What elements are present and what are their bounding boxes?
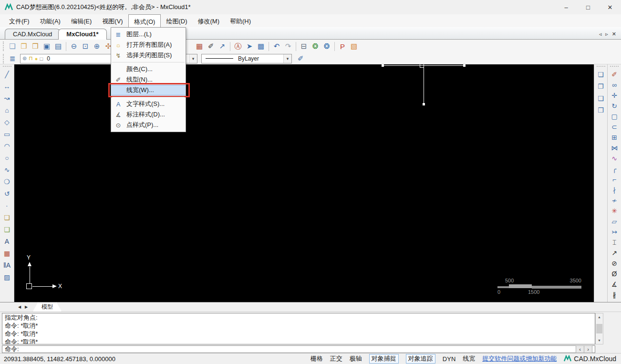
save-button[interactable]: ▣ [41, 41, 52, 52]
erase-button[interactable]: ✐ [609, 69, 620, 80]
zoom-window-button[interactable]: ⊡ [80, 41, 91, 52]
menu-item-color[interactable]: 颜色(C)... [111, 64, 186, 74]
command-scrollbar[interactable]: ▲ ▼ [595, 313, 603, 344]
rectangle-button[interactable]: ▭ [1, 129, 13, 139]
select-window-button[interactable]: ▢ [609, 111, 620, 122]
scale-button[interactable]: ▱ [609, 216, 620, 227]
dim-aligned-button[interactable]: ↗ [609, 248, 620, 258]
minimize-button[interactable]: – [555, 0, 577, 14]
open-button[interactable]: ❒ [18, 41, 30, 52]
array-button[interactable]: ⊞ [609, 132, 620, 143]
undo-button[interactable]: ↶ [271, 41, 282, 52]
dim-angular-button[interactable]: ∡ [609, 279, 620, 290]
menu-modify[interactable]: 修改(M) [192, 14, 225, 27]
block-create-button[interactable]: ❏ [1, 212, 13, 223]
point-button[interactable]: ∙ [1, 200, 13, 211]
spline-button[interactable]: ∿ [1, 165, 13, 175]
toggle-lineweight[interactable]: 线宽 [463, 354, 475, 363]
move-button[interactable]: ✛ [609, 90, 620, 101]
open-cloud-button[interactable]: ❒ [30, 41, 41, 52]
mxcloud-sync-button[interactable]: ❂ [321, 41, 332, 52]
find-replace-button[interactable]: Ⓐ [232, 41, 244, 52]
draw-order-back-button[interactable]: ❐ [595, 81, 607, 92]
tab-mxcloud1[interactable]: MxCloud1* [58, 29, 106, 40]
cmd-scroll-right-button[interactable]: › [584, 345, 592, 353]
toggle-osnap[interactable]: 对象捕捉 [369, 354, 399, 364]
mxcloud-home-button[interactable]: ❂ [310, 41, 321, 52]
menu-view[interactable]: 视图(V) [97, 14, 128, 27]
text-button[interactable]: A [1, 236, 13, 247]
linetype-combo-chevron-icon[interactable]: ▾ [283, 54, 291, 63]
color-palette-button[interactable]: ▦ [194, 41, 205, 52]
scroll-up-button[interactable]: ▲ [596, 313, 603, 321]
menu-edit[interactable]: 编辑(E) [66, 14, 97, 27]
toggle-polar[interactable]: 极轴 [350, 354, 362, 363]
menu-draw[interactable]: 绘图(D) [161, 14, 192, 27]
cmd-scroll-left-button[interactable]: ‹ [576, 345, 584, 353]
draw-order-front-button[interactable]: ❏ [595, 69, 607, 80]
tab-cad-mxcloud[interactable]: CAD.MxCloud [5, 29, 60, 39]
polyline-button[interactable]: ↝ [1, 93, 13, 104]
toggle-otrack[interactable]: 对象追踪 [406, 354, 435, 364]
revision-cloud-button[interactable]: ↺ [1, 188, 13, 199]
menu-format[interactable]: 格式(O) [128, 14, 161, 27]
layers-button[interactable]: ≣ [7, 53, 18, 64]
chamfer-button[interactable]: ⌐ [609, 174, 620, 185]
ellipse-button[interactable]: ❍ [1, 177, 13, 187]
tab-scroll-left-button[interactable]: ◃ [599, 31, 602, 37]
new-button[interactable]: ❏ [7, 41, 18, 52]
layout-next-button[interactable]: ▶ [23, 303, 30, 311]
fillet-button[interactable]: ╭ [609, 164, 620, 174]
block-insert-button[interactable]: ❑ [1, 224, 13, 235]
toggle-grid[interactable]: 栅格 [310, 354, 323, 363]
grip-point[interactable] [382, 64, 384, 67]
layout-prev-button[interactable]: ◀ [16, 303, 23, 311]
toggle-dyn[interactable]: DYN [443, 355, 455, 363]
menu-item-point-style[interactable]: ⊙ 点样式(P)... [111, 120, 186, 130]
break-button[interactable]: ∤ [609, 185, 620, 195]
rotate-button[interactable]: ↻ [609, 101, 620, 111]
print-button[interactable]: ⊟ [298, 41, 310, 52]
dim-linear-button[interactable]: ⌶ [609, 237, 620, 248]
explode-button[interactable]: ✳ [609, 206, 620, 216]
tab-scroll-right-button[interactable]: ▹ [605, 31, 608, 37]
paste-image-button[interactable]: ▩ [255, 41, 267, 52]
menu-item-select-off-layers[interactable]: ↯ 选择关闭图层(S) [111, 50, 186, 61]
dim-diameter-button[interactable]: Ø [609, 269, 620, 279]
polygon-button[interactable]: ⌂ [1, 105, 13, 115]
menu-item-open-all-layers[interactable]: ☼ 打开所有图层(A) [111, 40, 186, 50]
model-tab[interactable]: 模型 [32, 302, 62, 312]
lineweight-brush-button[interactable]: ✐ [295, 53, 306, 64]
draw-order-below-button[interactable]: ❒ [595, 105, 607, 115]
scroll-down-button[interactable]: ▼ [596, 337, 603, 344]
close-button[interactable]: ✕ [599, 0, 621, 14]
menu-item-text-style[interactable]: A 文字样式(S)... [111, 99, 186, 109]
construction-line-button[interactable]: ↔ [1, 81, 13, 92]
tab-close-button[interactable]: ✕ [612, 31, 616, 37]
linetype-combo[interactable]: ByLayer ▾ [201, 54, 292, 63]
redo-button[interactable]: ↷ [282, 41, 294, 52]
image-export-button[interactable]: ▧ [348, 41, 360, 52]
menu-item-lineweight[interactable]: 线宽(W)... [111, 85, 186, 95]
join-button[interactable]: ↣ [609, 227, 620, 237]
linetype-button[interactable]: ✐ [205, 41, 217, 52]
menu-function[interactable]: 功能(A) [35, 14, 66, 27]
trim-button[interactable]: ≁ [609, 195, 620, 206]
zoom-extents-button[interactable]: ⊕ [91, 41, 103, 52]
circle-button[interactable]: ○ [1, 153, 13, 163]
layer-combo-chevron-icon[interactable]: ▾ [189, 54, 197, 63]
command-input[interactable]: 命令: [2, 345, 595, 353]
maximize-button[interactable]: □ [577, 0, 599, 14]
export-button[interactable]: ↗ [217, 41, 228, 52]
pdf-export-button[interactable]: P [337, 41, 348, 52]
drawing-canvas[interactable]: Y X 500 3500 0 [14, 64, 594, 302]
draw-order-above-button[interactable]: ❑ [595, 93, 607, 104]
line-button[interactable]: ╱ [1, 69, 13, 80]
scrollbar-thumb[interactable] [596, 324, 602, 333]
menu-item-linetype[interactable]: ✐ 线型(N)... [111, 74, 186, 85]
feedback-link[interactable]: 提交软件问题或增加新功能 [482, 354, 557, 363]
offset-button[interactable]: ⊂ [609, 122, 620, 132]
save-as-button[interactable]: ▤ [52, 41, 64, 52]
command-history[interactable]: 指定对角点:命令: *取消*命令: *取消*命令: *取消* [2, 313, 595, 344]
polyline-edit-button[interactable]: ∿ [609, 153, 620, 164]
